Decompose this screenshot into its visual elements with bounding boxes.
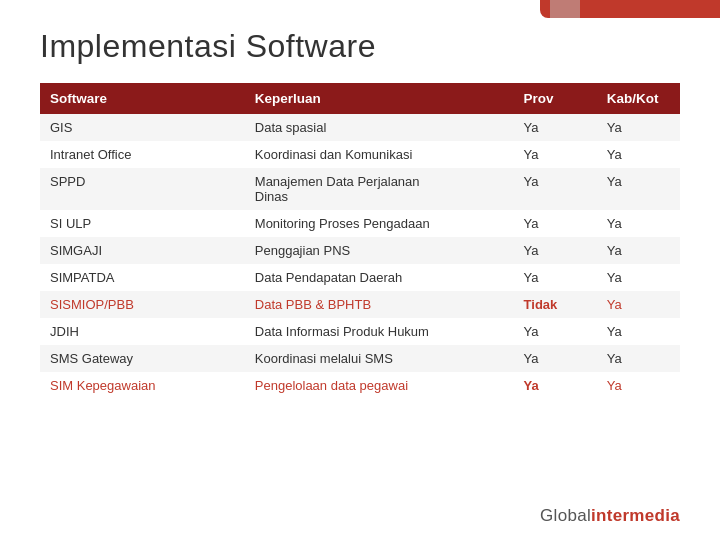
table-row: SI ULP Monitoring Proses Pengadaan Ya Ya	[40, 210, 680, 237]
cell-prov: Ya	[514, 372, 597, 399]
cell-prov: Ya	[514, 168, 597, 210]
cell-prov: Ya	[514, 210, 597, 237]
cell-kab: Ya	[597, 168, 680, 210]
table-row: JDIH Data Informasi Produk Hukum Ya Ya	[40, 318, 680, 345]
cell-software: SMS Gateway	[40, 345, 245, 372]
cell-keperluan: Manajemen Data PerjalananDinas	[245, 168, 514, 210]
cell-prov: Ya	[514, 264, 597, 291]
cell-prov: Ya	[514, 318, 597, 345]
table-row: SIMPATDA Data Pendapatan Daerah Ya Ya	[40, 264, 680, 291]
cell-software: SISMIOP/PBB	[40, 291, 245, 318]
col-header-prov: Prov	[514, 83, 597, 114]
table-row: Intranet Office Koordinasi dan Komunikas…	[40, 141, 680, 168]
cell-prov: Ya	[514, 114, 597, 141]
table-row: SIMGAJI Penggajian PNS Ya Ya	[40, 237, 680, 264]
cell-kab: Ya	[597, 141, 680, 168]
brand-intermedia: intermedia	[591, 506, 680, 525]
table-header-row: Software Keperluan Prov Kab/Kot	[40, 83, 680, 114]
cell-kab: Ya	[597, 372, 680, 399]
cell-kab: Ya	[597, 318, 680, 345]
table-row: SIM Kepegawaian Pengelolaan data pegawai…	[40, 372, 680, 399]
cell-software: SPPD	[40, 168, 245, 210]
table-row: GIS Data spasial Ya Ya	[40, 114, 680, 141]
cell-prov: Ya	[514, 141, 597, 168]
col-header-keperluan: Keperluan	[245, 83, 514, 114]
brand-logo: Globalintermedia	[540, 506, 680, 526]
cell-software: GIS	[40, 114, 245, 141]
table-row: SMS Gateway Koordinasi melalui SMS Ya Ya	[40, 345, 680, 372]
table-row: SPPD Manajemen Data PerjalananDinas Ya Y…	[40, 168, 680, 210]
cell-software: SIMGAJI	[40, 237, 245, 264]
cell-prov: Ya	[514, 345, 597, 372]
cell-software: JDIH	[40, 318, 245, 345]
cell-keperluan: Data Pendapatan Daerah	[245, 264, 514, 291]
col-header-kab: Kab/Kot	[597, 83, 680, 114]
cell-kab: Ya	[597, 237, 680, 264]
cell-kab: Ya	[597, 345, 680, 372]
cell-prov: Ya	[514, 237, 597, 264]
cell-kab: Ya	[597, 210, 680, 237]
cell-software: SI ULP	[40, 210, 245, 237]
cell-keperluan: Data Informasi Produk Hukum	[245, 318, 514, 345]
cell-software: Intranet Office	[40, 141, 245, 168]
table-row: SISMIOP/PBB Data PBB & BPHTB Tidak Ya	[40, 291, 680, 318]
col-header-software: Software	[40, 83, 245, 114]
cell-software: SIM Kepegawaian	[40, 372, 245, 399]
cell-keperluan: Penggajian PNS	[245, 237, 514, 264]
cell-kab: Ya	[597, 264, 680, 291]
cell-keperluan: Monitoring Proses Pengadaan	[245, 210, 514, 237]
cell-keperluan: Koordinasi dan Komunikasi	[245, 141, 514, 168]
cell-keperluan: Pengelolaan data pegawai	[245, 372, 514, 399]
cell-keperluan: Koordinasi melalui SMS	[245, 345, 514, 372]
software-table: Software Keperluan Prov Kab/Kot GIS Data…	[40, 83, 680, 399]
cell-prov: Tidak	[514, 291, 597, 318]
side-accent-bar	[550, 0, 580, 18]
cell-software: SIMPATDA	[40, 264, 245, 291]
cell-keperluan: Data spasial	[245, 114, 514, 141]
cell-keperluan: Data PBB & BPHTB	[245, 291, 514, 318]
main-table-container: Software Keperluan Prov Kab/Kot GIS Data…	[0, 83, 720, 399]
cell-kab: Ya	[597, 114, 680, 141]
cell-kab: Ya	[597, 291, 680, 318]
brand-global: Global	[540, 506, 591, 525]
